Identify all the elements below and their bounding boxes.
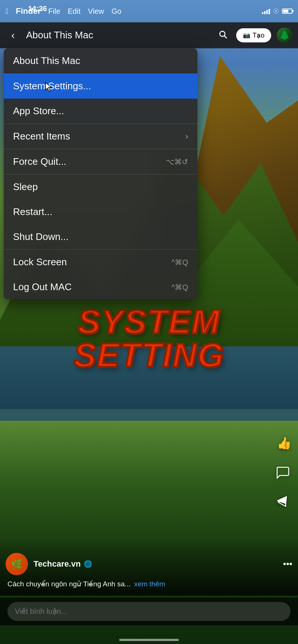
svg-text:👍: 👍 — [277, 436, 290, 450]
menu-item-system-settings-label: System Settings... — [13, 80, 91, 92]
channel-name-row: Techcare.vn 🌐 — [34, 559, 92, 569]
channel-info: 🌿 Techcare.vn 🌐 ••• Cách chuyển ngôn ngữ… — [0, 538, 298, 596]
nav-title: About This Mac — [26, 29, 209, 41]
menu-item-force-quit[interactable]: Force Quit... ⌥⌘↺ — [4, 149, 197, 174]
log-out-shortcut: ^⌘Q — [171, 283, 188, 292]
menu-item-lock-screen-label: Lock Screen — [13, 256, 67, 268]
menu-item-lock-screen[interactable]: Lock Screen ^⌘Q — [4, 250, 197, 275]
menu-item-app-store[interactable]: App Store... — [4, 99, 197, 124]
avatar[interactable]: 🌲 — [277, 28, 292, 43]
back-chevron-icon: ‹ — [11, 29, 15, 41]
avatar-icon: 🌲 — [279, 30, 290, 41]
menu-item-restart[interactable]: Restart... — [4, 199, 197, 224]
comment-button[interactable] — [272, 464, 292, 484]
more-options-button[interactable]: ••• — [283, 559, 292, 569]
tao-button[interactable]: 📷 Tạo — [236, 28, 271, 42]
channel-description: Cách chuyển ngôn ngữ Tiếng Anh sa... — [6, 580, 133, 588]
see-more-link[interactable]: xem thêm — [134, 580, 165, 588]
menu-item-shut-down[interactable]: Shut Down... — [4, 224, 197, 249]
search-button[interactable] — [215, 28, 231, 43]
apple-menu-dropdown: About This Mac System Settings... App St… — [4, 48, 197, 299]
menu-item-system-settings[interactable]: System Settings... — [4, 74, 197, 99]
top-nav: ‹ About This Mac 📷 Tạo 🌲 — [0, 22, 298, 48]
globe-icon: 🌐 — [84, 560, 92, 568]
menu-item-log-out-label: Log Out MAC — [13, 281, 72, 293]
channel-avatar[interactable]: 🌿 — [6, 553, 28, 575]
recent-items-arrow-icon: › — [186, 132, 188, 141]
search-icon — [218, 30, 227, 41]
menu-item-force-quit-label: Force Quit... — [13, 156, 66, 167]
water — [0, 346, 298, 421]
menu-item-recent-items-label: Recent Items — [13, 131, 70, 142]
channel-avatar-icon: 🌿 — [11, 558, 23, 570]
home-indicator — [119, 639, 179, 641]
comment-input-bar — [0, 597, 298, 625]
menu-item-sleep[interactable]: Sleep — [4, 174, 197, 199]
share-button[interactable] — [272, 493, 292, 514]
share-icon — [275, 495, 289, 512]
menu-item-app-store-label: App Store... — [13, 105, 64, 117]
svg-line-1 — [224, 36, 226, 38]
menu-item-about[interactable]: About This Mac — [4, 48, 197, 73]
channel-details: Techcare.vn 🌐 — [34, 559, 92, 569]
channel-row: 🌿 Techcare.vn 🌐 ••• — [6, 553, 292, 575]
comment-icon — [275, 465, 289, 483]
back-button[interactable]: ‹ — [6, 28, 20, 43]
menu-item-shut-down-label: Shut Down... — [13, 231, 69, 243]
like-button[interactable]: 👍 — [272, 434, 292, 454]
action-buttons: 👍 — [272, 434, 292, 514]
comment-input[interactable] — [7, 602, 291, 621]
menu-item-log-out[interactable]: Log Out MAC ^⌘Q — [4, 275, 197, 299]
channel-description-row: Cách chuyển ngôn ngữ Tiếng Anh sa... xem… — [6, 580, 292, 588]
menu-item-sleep-label: Sleep — [13, 181, 38, 193]
menu-item-about-label: About This Mac — [13, 55, 80, 67]
camera-icon: 📷 — [243, 32, 250, 39]
channel-name[interactable]: Techcare.vn — [34, 559, 81, 569]
force-quit-shortcut: ⌥⌘↺ — [166, 157, 188, 166]
lock-screen-shortcut: ^⌘Q — [171, 258, 188, 267]
tao-label: Tạo — [253, 31, 264, 39]
like-icon: 👍 — [275, 435, 290, 453]
menu-item-restart-label: Restart... — [13, 206, 52, 218]
menu-item-recent-items[interactable]: Recent Items › — [4, 124, 197, 149]
